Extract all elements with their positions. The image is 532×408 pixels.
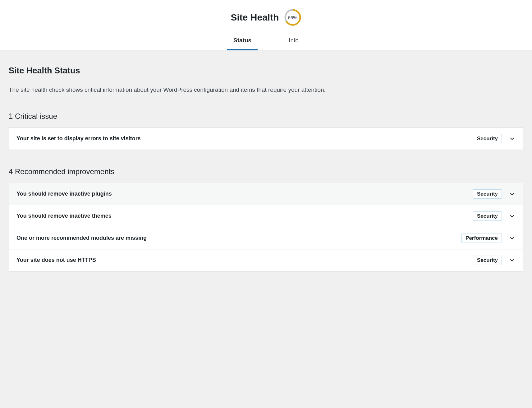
issue-title: Your site is set to display errors to si… — [16, 135, 141, 142]
content-area: Site Health Status The site health check… — [0, 50, 532, 280]
issue-badge: Security — [473, 189, 502, 199]
tab-info[interactable]: Info — [282, 33, 305, 50]
progress-percent-label: 66% — [288, 15, 297, 20]
critical-issues-list: Your site is set to display errors to si… — [9, 128, 523, 150]
chevron-down-icon — [509, 235, 516, 242]
title-row: Site Health 66% — [0, 0, 532, 32]
issue-badge: Security — [473, 211, 502, 221]
issue-row-right: Performance — [461, 234, 516, 243]
tab-status[interactable]: Status — [227, 33, 258, 50]
critical-heading: 1 Critical issue — [9, 112, 523, 121]
issue-row[interactable]: You should remove inactive plugins Secur… — [9, 183, 523, 205]
recommended-heading: 4 Recommended improvements — [9, 167, 523, 176]
tabs-row: Status Info — [0, 32, 532, 50]
status-heading: Site Health Status — [9, 66, 523, 76]
issue-title: Your site does not use HTTPS — [16, 257, 96, 263]
issue-row[interactable]: One or more recommended modules are miss… — [9, 227, 523, 249]
issue-row-right: Security — [473, 211, 516, 221]
issue-title: One or more recommended modules are miss… — [16, 235, 147, 241]
issue-badge: Security — [473, 134, 502, 143]
chevron-down-icon — [509, 257, 516, 264]
issue-title: You should remove inactive themes — [16, 213, 112, 219]
issue-row[interactable]: Your site is set to display errors to si… — [9, 128, 523, 150]
issue-row-right: Security — [473, 189, 516, 199]
issue-row-right: Security — [473, 134, 516, 143]
page-title: Site Health — [231, 12, 279, 23]
chevron-down-icon — [509, 191, 516, 197]
issue-row[interactable]: Your site does not use HTTPS Security — [9, 249, 523, 271]
status-intro: The site health check shows critical inf… — [9, 86, 523, 95]
issue-row-right: Security — [473, 256, 516, 265]
chevron-down-icon — [509, 135, 516, 142]
recommended-issues-list: You should remove inactive plugins Secur… — [9, 183, 523, 271]
issue-row[interactable]: You should remove inactive themes Securi… — [9, 205, 523, 227]
issue-badge: Performance — [461, 234, 502, 243]
issue-badge: Security — [473, 256, 502, 265]
progress-indicator: 66% — [284, 9, 301, 26]
page-header: Site Health 66% Status Info — [0, 0, 532, 50]
chevron-down-icon — [509, 213, 516, 220]
issue-title: You should remove inactive plugins — [16, 191, 112, 197]
